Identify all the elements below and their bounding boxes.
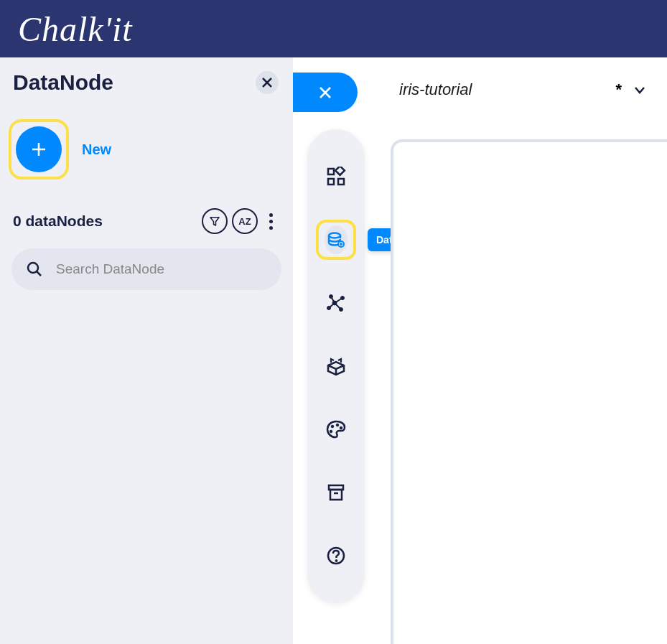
svg-point-28 (330, 430, 332, 433)
project-dropdown-button[interactable] (633, 83, 646, 96)
svg-rect-8 (328, 169, 334, 174)
svg-line-22 (335, 298, 342, 303)
toolbar-widgets-button[interactable] (325, 165, 348, 188)
svg-line-24 (335, 303, 341, 309)
svg-point-25 (331, 425, 334, 428)
chevron-down-icon (635, 88, 644, 93)
svg-line-23 (329, 303, 335, 308)
toolbar-datanodes-active-bg (325, 225, 348, 254)
filter-button[interactable] (202, 208, 228, 234)
widgets-icon (326, 167, 346, 187)
toolbar-theme-button[interactable] (325, 418, 348, 441)
svg-point-27 (340, 426, 342, 429)
palette-icon (325, 419, 347, 440)
highlight-new-button (9, 119, 69, 179)
svg-point-4 (28, 263, 38, 273)
top-header: Chalk'it (0, 0, 667, 57)
toolbar-datanodes-button[interactable]: DataNodes (316, 220, 356, 260)
toolbar-archive-button[interactable] (325, 481, 348, 504)
project-title: iris-tutorial (399, 80, 472, 99)
count-row: 0 dataNodes AZ (0, 208, 293, 248)
collapse-panel-button[interactable] (293, 73, 358, 112)
count-actions: AZ (202, 208, 280, 234)
kebab-dot-icon (269, 220, 273, 223)
close-icon (261, 77, 273, 88)
svg-rect-10 (338, 179, 344, 185)
project-header: iris-tutorial * (399, 80, 646, 99)
plus-icon (29, 140, 48, 159)
sort-az-icon: AZ (238, 216, 251, 227)
svg-line-5 (37, 271, 41, 276)
kebab-dot-icon (269, 213, 273, 217)
kebab-dot-icon (269, 226, 273, 230)
panel-header: DataNode (0, 57, 293, 119)
close-icon (318, 85, 332, 100)
sort-az-button[interactable]: AZ (232, 208, 258, 234)
package-icon (325, 355, 347, 377)
app-logo: Chalk'it (18, 9, 133, 49)
svg-rect-30 (330, 490, 342, 500)
search-input[interactable] (56, 261, 267, 277)
more-options-button[interactable] (262, 210, 280, 233)
modified-indicator: * (615, 80, 622, 99)
vertical-toolbar: DataNodes (307, 129, 365, 603)
new-label: New (82, 141, 111, 158)
archive-icon (326, 482, 346, 503)
connections-icon (325, 292, 347, 314)
datanodes-icon (327, 230, 345, 249)
canvas-area[interactable] (391, 139, 667, 644)
filter-icon (208, 215, 221, 228)
add-datanode-button[interactable] (16, 126, 62, 172)
svg-rect-11 (335, 167, 345, 175)
search-bar[interactable] (11, 248, 281, 290)
search-icon (26, 261, 43, 278)
project-title-actions: * (615, 80, 646, 99)
panel-title: DataNode (13, 70, 113, 95)
toolbar-help-button[interactable] (325, 544, 348, 567)
svg-point-12 (329, 233, 340, 238)
svg-point-26 (336, 424, 339, 426)
svg-rect-9 (328, 179, 334, 185)
datanode-panel: DataNode New 0 dataNodes (0, 57, 293, 644)
svg-point-33 (335, 560, 337, 562)
close-panel-button[interactable] (256, 71, 279, 94)
toolbar-packages-button[interactable] (325, 355, 348, 378)
datanode-count: 0 dataNodes (13, 213, 103, 230)
toolbar-connections-button[interactable] (325, 291, 348, 314)
help-icon (326, 546, 346, 566)
new-datanode-section: New (0, 119, 293, 208)
